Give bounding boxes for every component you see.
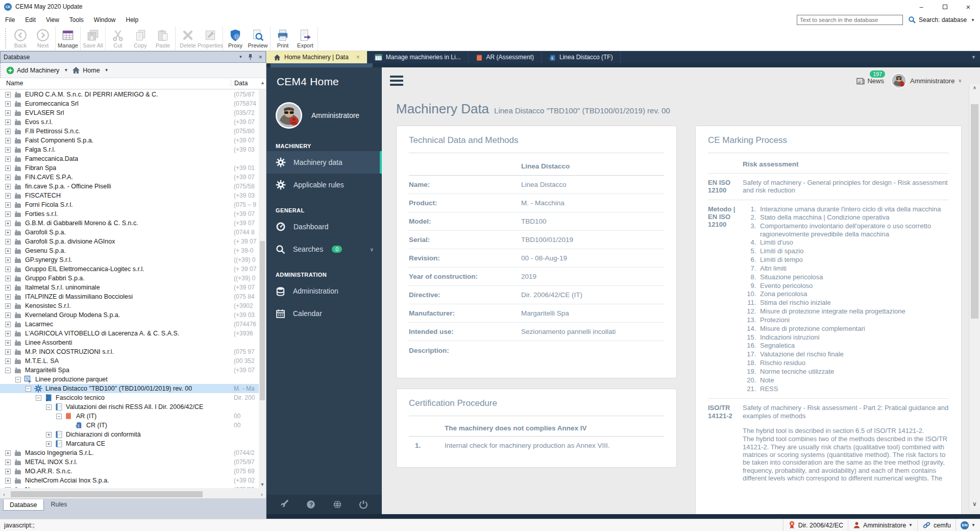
document-tab[interactable]: AR (Assessment) xyxy=(469,51,542,63)
home-button[interactable]: Home ▼ xyxy=(72,66,110,74)
tree-expander[interactable]: + xyxy=(5,460,11,465)
tree-expander[interactable]: + xyxy=(5,129,11,134)
tree-row[interactable]: +Forties s.r.l.(+39 07 xyxy=(0,209,259,219)
menu-view[interactable]: View xyxy=(41,14,64,26)
tree-row[interactable]: +Kverneland Group Modena S.p.a.(+39 03 xyxy=(0,310,259,320)
tree-row[interactable]: −Linee produzione parquet xyxy=(0,375,259,384)
sidebar-item-dashboard[interactable]: Dashboard xyxy=(266,215,382,238)
tree-row[interactable]: +Dichiarazioni di conformità xyxy=(0,430,259,439)
tree-row[interactable]: +Kenosistec S.r.l.(+3902 xyxy=(0,301,259,310)
search-input[interactable] xyxy=(797,15,903,25)
scroll-down-icon[interactable]: ∨ xyxy=(969,500,980,508)
tree-expander[interactable]: + xyxy=(5,478,11,484)
tree-expander[interactable]: + xyxy=(5,239,11,245)
main-vertical-scrollbar[interactable]: ∧ ∨ xyxy=(969,84,980,510)
close-icon[interactable]: × xyxy=(258,53,262,61)
document-tab[interactable]: §§Linea Distacco (TF) xyxy=(542,51,621,63)
status-cemfu[interactable]: cemfu xyxy=(917,519,955,531)
tree-row[interactable]: +Novagen s.a.s.(075/39 xyxy=(0,485,259,488)
tree-row[interactable]: +Marcatura CE xyxy=(0,439,259,448)
tree-row[interactable]: −Linea Distacco "TBD100" (TBD100/01/2019… xyxy=(0,384,259,393)
tree-row[interactable]: +METAL INOX S.r.l.(075/97 xyxy=(0,457,259,467)
search-database-button[interactable]: Search: database ▼ xyxy=(908,16,975,24)
tree-row[interactable]: +Fibran Spa(+39 01 xyxy=(0,163,259,173)
column-name[interactable]: Name xyxy=(6,80,23,87)
close-tab-icon[interactable]: × xyxy=(356,54,360,61)
globe-icon[interactable] xyxy=(333,500,342,509)
tree-row[interactable]: +Gesenu S.p.a.(+ 39-0 xyxy=(0,246,259,255)
add-machinery-button[interactable]: Add Machinery ▼ xyxy=(6,66,70,75)
sidebar-item-calendar[interactable]: Calendar xyxy=(266,302,382,325)
maximize-button[interactable] xyxy=(933,0,957,13)
news-button[interactable]: 197 News xyxy=(856,77,884,85)
tree-row[interactable]: +Garofoli S.p.a. divisione AGInox(+ 39 0… xyxy=(0,237,259,246)
tree-row[interactable]: +MO.AR.R. S.n.c.(075 69 xyxy=(0,467,259,476)
tree-expander[interactable]: − xyxy=(56,414,62,419)
scroll-up-icon[interactable]: ∧ xyxy=(969,85,980,90)
tree-expander[interactable]: + xyxy=(5,101,11,107)
document-tab[interactable]: Manage machineries in Li... xyxy=(368,51,469,63)
tree-expander[interactable]: + xyxy=(5,276,11,281)
tree-row[interactable]: +Italmetal S.r.l. uninominale(+39 07 xyxy=(0,283,259,292)
status-language[interactable]: EN▼ xyxy=(955,519,980,531)
tree-row[interactable]: −AR (IT)00 xyxy=(0,412,259,421)
power-icon[interactable] xyxy=(359,500,368,509)
tree-row[interactable]: −Fascicolo tecnicoDir. 200 xyxy=(0,393,259,402)
tree-expander[interactable]: + xyxy=(5,450,11,456)
tree-expander[interactable]: + xyxy=(5,184,11,189)
tree-row[interactable]: +Lacarmec(074476 xyxy=(0,320,259,329)
tree-row[interactable]: +Evos s.r.l.(+39 07 xyxy=(0,117,259,127)
tree-row[interactable]: +Gruppo Fabbri S.p.a.((+39) 0 xyxy=(0,274,259,283)
tree-row[interactable]: +EVLASER Srl(035/72 xyxy=(0,108,259,117)
tree-row[interactable]: +Mascio Ingegneria S.r.L.(0744/2 xyxy=(0,448,259,457)
tree-row[interactable]: +Linee Assorbenti xyxy=(0,338,259,347)
tree-expander[interactable]: + xyxy=(5,92,11,98)
sidebar-item-applicable-rules[interactable]: Applicable rules xyxy=(266,174,382,196)
menu-edit[interactable]: Edit xyxy=(20,14,41,26)
tree-row[interactable]: +ITALPINZE di Massimiliano Bocciolesi(07… xyxy=(0,292,259,301)
tree-row[interactable]: +Garofoli S.p.a.(0744 8 xyxy=(0,228,259,237)
tree-expander[interactable]: + xyxy=(5,165,11,171)
tree-expander[interactable]: + xyxy=(46,432,52,438)
tree-expander[interactable]: + xyxy=(5,487,11,489)
tree-vertical-scrollbar[interactable]: ▼ xyxy=(259,90,266,488)
tree-row[interactable]: +Falga S.r.l.(+39 03 xyxy=(0,145,259,154)
tree-row[interactable]: +Euromeccanica Srl(075874 xyxy=(0,99,259,108)
tree-expander[interactable]: + xyxy=(5,175,11,180)
tree-expander[interactable]: + xyxy=(5,294,11,300)
wrench-icon[interactable] xyxy=(280,500,289,509)
dock-tab-rules[interactable]: Rules xyxy=(45,499,74,511)
proxy-button[interactable]: Proxy xyxy=(224,27,247,51)
scroll-down-icon[interactable]: ▼ xyxy=(259,482,266,487)
tree-expander[interactable]: + xyxy=(5,248,11,254)
tree-row[interactable]: +NichelCrom Acciai Inox S.p.a.(+39 02 xyxy=(0,476,259,485)
tree-row[interactable]: +GP.synergy S.r.l.((+39) 0 xyxy=(0,255,259,264)
sidebar-item-machinery-data[interactable]: Machinery data xyxy=(266,151,382,174)
tree-expander[interactable]: + xyxy=(5,156,11,162)
tree-row[interactable]: +M.T.E.L. SA(00 352 xyxy=(0,356,259,366)
tree-row[interactable]: +G.B.M. di Gabbarelli Moreno & C. S.n.c.… xyxy=(0,219,259,228)
sidebar-item-searches[interactable]: Searches0∨ xyxy=(266,238,382,260)
tree-expander[interactable]: + xyxy=(5,285,11,291)
dock-tab-database[interactable]: Database xyxy=(3,499,44,511)
tree-expander[interactable]: + xyxy=(5,230,11,235)
sidebar-item-administration[interactable]: Administration xyxy=(266,280,382,302)
tree-expander[interactable]: + xyxy=(5,147,11,153)
tree-expander[interactable]: + xyxy=(5,257,11,263)
tree-expander[interactable]: + xyxy=(5,110,11,116)
close-button[interactable]: × xyxy=(957,0,980,13)
tree-row[interactable]: +§§CR (IT)00 xyxy=(0,421,259,430)
tree-expander[interactable]: + xyxy=(5,119,11,125)
tree-row[interactable]: +F.lli Pettirossi S.n.c.(075/80 xyxy=(0,127,259,136)
tree-expander[interactable]: + xyxy=(5,221,11,226)
tree-expander[interactable]: − xyxy=(36,395,41,401)
tree-expander[interactable]: + xyxy=(5,211,11,217)
tree-expander[interactable]: + xyxy=(5,469,11,474)
scroll-right-icon[interactable]: › xyxy=(258,492,266,497)
tree-expander[interactable]: + xyxy=(5,138,11,143)
status-dir-2006-42-ec[interactable]: Dir. 2006/42/EC xyxy=(783,519,848,531)
tree-expander[interactable]: − xyxy=(15,377,21,382)
tree-row[interactable]: +Forni Ficola S.r.l.(075 – 9 xyxy=(0,200,259,209)
tree-expander[interactable]: − xyxy=(5,368,11,373)
tree-expander[interactable]: − xyxy=(46,404,52,410)
